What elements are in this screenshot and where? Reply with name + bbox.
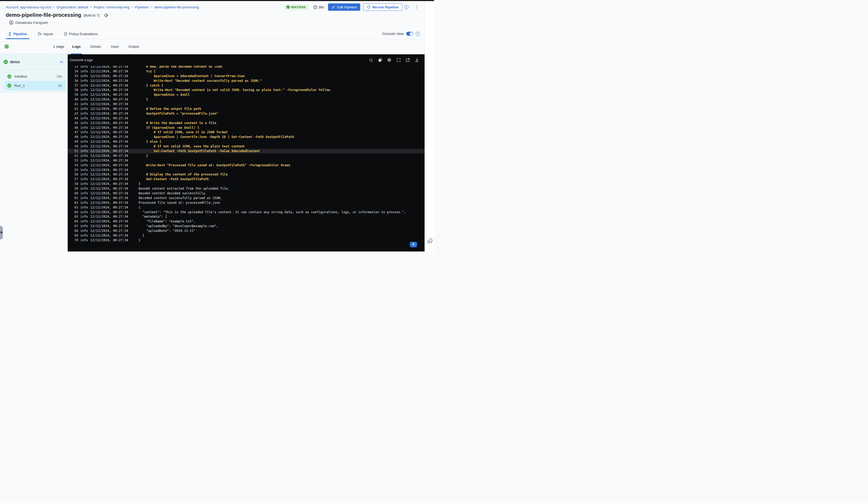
search-icon[interactable]	[369, 58, 373, 62]
log-line-65[interactable]: 65info12/12/2024, 00:27:34 "metadata": {	[68, 214, 425, 219]
log-line-49[interactable]: 49info12/12/2024, 00:27:34 } else {	[68, 139, 425, 144]
log-timestamp: 12/12/2024, 00:27:34	[90, 88, 132, 92]
download-icon[interactable]	[415, 58, 419, 62]
breadcrumb: Account: app-harness-ng-cicd>Organizatio…	[6, 5, 199, 9]
log-line-64[interactable]: 64info12/12/2024, 00:27:34 "content": "T…	[68, 210, 425, 214]
log-line-38[interactable]: 38info12/12/2024, 00:27:34 Write-Host "D…	[68, 87, 425, 92]
log-level: info	[80, 70, 90, 73]
log-level: info	[80, 191, 90, 195]
log-line-58[interactable]: 58info12/12/2024, 00:27:34}	[68, 181, 425, 186]
log-line-number: 53	[68, 159, 78, 163]
step-row-run-1[interactable]: Run_1 5s	[4, 81, 65, 90]
log-line-63[interactable]: 63info12/12/2024, 00:27:34{	[68, 205, 425, 210]
breadcrumb-link[interactable]: Pipelines	[135, 5, 149, 9]
log-message: }	[138, 154, 148, 158]
tab-input[interactable]: Input	[110, 39, 120, 54]
log-level: info	[80, 215, 90, 219]
breadcrumb-link[interactable]: Account: app-harness-ng-cicd	[6, 5, 51, 9]
breadcrumb-link[interactable]: Organization: default	[57, 5, 88, 9]
stage-row-demo[interactable]: demo	[0, 58, 68, 66]
tab-logs[interactable]: Logs	[71, 39, 82, 54]
scroll-to-top-button[interactable]	[410, 242, 417, 247]
log-line-43[interactable]: 43info12/12/2024, 00:27:34 $outputFilePa…	[68, 111, 425, 116]
breadcrumb-link[interactable]: demo-pipeline-file-processing	[154, 5, 199, 9]
log-line-68[interactable]: 68info12/12/2024, 00:27:34 "uploadDate":…	[68, 228, 425, 233]
page-header: Account: app-harness-ng-cicd>Organizatio…	[0, 1, 425, 39]
log-line-62[interactable]: 62info12/12/2024, 00:27:34Processed file…	[68, 200, 425, 205]
log-line-number: 34	[68, 70, 78, 73]
tab-output[interactable]: Output	[127, 39, 141, 54]
log-line-number: 38	[68, 88, 78, 92]
log-message: }	[138, 238, 141, 242]
log-line-59[interactable]: 59info12/12/2024, 00:27:34Base64 content…	[68, 186, 425, 191]
fullscreen-icon[interactable]	[396, 58, 401, 62]
log-line-50[interactable]: 50info12/12/2024, 00:27:34 # If not vali…	[68, 144, 425, 149]
log-line-53[interactable]: 53info12/12/2024, 00:27:34	[68, 158, 425, 163]
log-line-37[interactable]: 37info12/12/2024, 00:27:34 } catch {	[68, 83, 425, 88]
log-line-number: 61	[68, 196, 78, 200]
edit-pipeline-button[interactable]: Edit Pipeline	[328, 3, 360, 11]
log-message: $outputFilePath = "processedFile.json"	[138, 112, 218, 115]
log-line-55[interactable]: 55info12/12/2024, 00:27:34	[68, 168, 425, 172]
log-timestamp: 12/12/2024, 00:27:34	[90, 182, 132, 186]
page-title: demo-pipeline-file-processing	[6, 12, 81, 18]
log-line-66[interactable]: 66info12/12/2024, 00:27:34 "fileName": "…	[68, 219, 425, 224]
log-line-45[interactable]: 45info12/12/2024, 00:27:34 # Write the d…	[68, 120, 425, 125]
log-level: info	[80, 154, 90, 158]
log-timestamp: 12/12/2024, 00:27:34	[90, 224, 132, 228]
log-level: info	[80, 206, 90, 209]
log-line-51[interactable]: 51info12/12/2024, 00:27:34 Set-Content -…	[68, 149, 425, 154]
log-message: Base64 content extracted from the upload…	[138, 187, 230, 190]
log-line-54[interactable]: 54info12/12/2024, 00:27:34 Write-Host "P…	[68, 163, 425, 168]
log-line-35[interactable]: 35info12/12/2024, 00:27:34 $parsedJson =…	[68, 74, 425, 78]
log-line-36[interactable]: 36info12/12/2024, 00:27:34 Write-Host "D…	[68, 78, 425, 83]
tab-details[interactable]: Details	[89, 39, 102, 54]
log-line-39[interactable]: 39info12/12/2024, 00:27:34 $parsedJson =…	[68, 92, 425, 97]
log-line-34[interactable]: 34info12/12/2024, 00:27:34 try {	[68, 69, 425, 74]
user-avatar-icon	[9, 20, 13, 25]
log-line-60[interactable]: 60info12/12/2024, 00:27:34Base64 content…	[68, 191, 425, 196]
rerun-pipeline-button[interactable]: Re-run Pipeline	[363, 3, 402, 11]
log-line-67[interactable]: 67info12/12/2024, 00:27:34 "uploadedBy":…	[68, 224, 425, 228]
log-line-61[interactable]: 61info12/12/2024, 00:27:34Decoded conten…	[68, 196, 425, 200]
log-timestamp: 12/12/2024, 00:27:34	[90, 102, 132, 106]
log-line-70[interactable]: 70info12/12/2024, 00:27:34}	[68, 238, 425, 243]
log-line-40[interactable]: 40info12/12/2024, 00:27:34 }	[68, 97, 425, 102]
log-line-57[interactable]: 57info12/12/2024, 00:27:34 Get-Content -…	[68, 177, 425, 181]
open-in-new-icon[interactable]	[405, 58, 410, 62]
log-line-41[interactable]: 41info12/12/2024, 00:27:34	[68, 102, 425, 106]
log-line-69[interactable]: 69info12/12/2024, 00:27:34 }	[68, 233, 425, 238]
tab-policy-evaluations[interactable]: Policy Evaluations	[61, 29, 101, 39]
pipeline-diagram-icon[interactable]	[104, 13, 108, 18]
log-level: info	[80, 116, 90, 120]
copy-icon[interactable]	[378, 58, 382, 62]
expand-panel-handle[interactable]	[0, 226, 3, 239]
log-message: Write-Host "Decoded content is not valid…	[138, 88, 330, 92]
log-line-56[interactable]: 56info12/12/2024, 00:27:34 # Display the…	[68, 172, 425, 177]
log-level: info	[80, 149, 90, 153]
log-level: info	[80, 112, 90, 115]
log-line-33[interactable]: 33info12/12/2024, 00:27:34 # Now, parse …	[68, 66, 425, 69]
log-level: info	[80, 93, 90, 96]
log-line-42[interactable]: 42info12/12/2024, 00:27:34 # Define the …	[68, 106, 425, 111]
support-chat-icon[interactable]	[427, 238, 433, 244]
step-row-initialize[interactable]: Initialize 23s	[4, 72, 65, 81]
log-line-46[interactable]: 46info12/12/2024, 00:27:34 if ($parsedJs…	[68, 125, 425, 130]
console-view-toggle[interactable]	[406, 32, 413, 36]
settings-gear-icon[interactable]	[387, 58, 392, 62]
log-line-48[interactable]: 48info12/12/2024, 00:27:34 $parsedJson |…	[68, 135, 425, 139]
log-line-47[interactable]: 47info12/12/2024, 00:27:34 # If valid JS…	[68, 130, 425, 135]
console-view-info-icon[interactable]: i	[416, 32, 420, 36]
tab-pipeline-label: Pipeline	[13, 32, 27, 36]
shield-check-icon	[64, 32, 68, 36]
more-options-menu[interactable]	[415, 4, 419, 10]
log-line-52[interactable]: 52info12/12/2024, 00:27:34 }	[68, 154, 425, 158]
tab-inputs[interactable]: Inputs	[35, 29, 55, 39]
log-line-44[interactable]: 44info12/12/2024, 00:27:34	[68, 116, 425, 120]
breadcrumb-link[interactable]: Project: community-eng	[94, 5, 130, 9]
duration-value: 30s	[319, 5, 324, 9]
rerun-info-icon[interactable]: i	[404, 5, 409, 9]
tab-pipeline[interactable]: Pipeline	[6, 29, 29, 39]
chevron-up-icon[interactable]	[60, 61, 63, 63]
stage-success-icon	[4, 60, 8, 64]
